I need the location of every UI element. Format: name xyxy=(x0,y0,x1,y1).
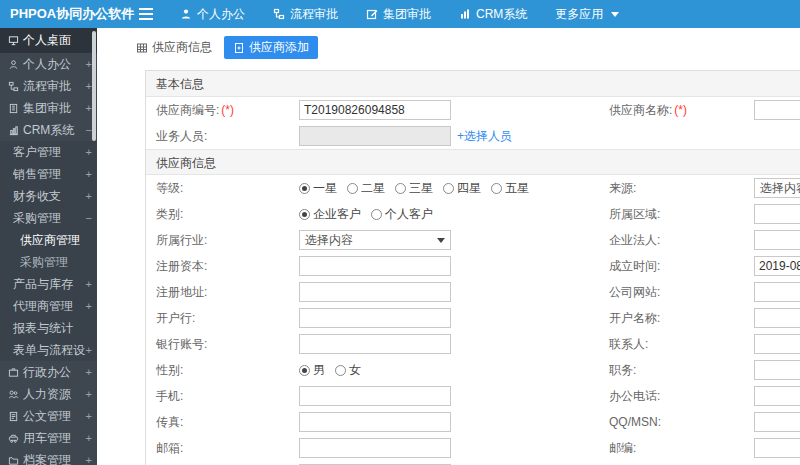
radio-option-individual[interactable]: 个人客户 xyxy=(371,206,433,223)
zip-input[interactable] xyxy=(754,438,800,458)
reg-address-input[interactable] xyxy=(299,282,451,302)
desktop-icon xyxy=(8,35,19,46)
radio-option-4star[interactable]: 四星 xyxy=(443,180,481,197)
sidebar-item-finance[interactable]: 财务收支 + xyxy=(0,185,97,207)
email-input[interactable] xyxy=(299,438,451,458)
radio-option-1star[interactable]: 一星 xyxy=(299,180,337,197)
choose-person-link[interactable]: +选择人员 xyxy=(457,128,512,145)
section-header-basic-info: 基本信息 xyxy=(146,71,800,97)
form-row: 等级: 一星 二星 三星 四星 五星 来源: 选择内容 xyxy=(146,175,800,201)
field-value: 企业客户 个人客户 xyxy=(299,206,609,223)
sidebar-item-process-approval[interactable]: 流程审批 + xyxy=(0,75,97,97)
radio-option-female[interactable]: 女 xyxy=(335,362,361,379)
sidebar-item-customer-mgmt[interactable]: 客户管理 + xyxy=(0,141,97,163)
top-nav: 个人办公 流程审批 集团审批 CRM系统 更多应用 xyxy=(166,0,633,28)
establish-date-input[interactable] xyxy=(754,256,800,276)
website-input[interactable] xyxy=(754,282,800,302)
radio-option-enterprise[interactable]: 企业客户 xyxy=(299,206,361,223)
account-name-input[interactable] xyxy=(754,308,800,328)
sidebar-item-vehicle-mgmt[interactable]: 用车管理 + xyxy=(0,427,97,449)
reg-capital-input[interactable] xyxy=(299,256,451,276)
nav-crm-system[interactable]: CRM系统 xyxy=(445,0,541,28)
sidebar-item-product-inventory[interactable]: 产品与库存 + xyxy=(0,273,97,295)
contact-input[interactable] xyxy=(754,334,800,354)
industry-select[interactable]: 选择内容 xyxy=(299,230,451,250)
fax-input[interactable] xyxy=(299,412,451,432)
field-label: 注册地址: xyxy=(146,284,299,301)
bank-no-input[interactable] xyxy=(299,334,451,354)
flow-icon xyxy=(8,81,19,92)
field-value xyxy=(754,360,800,380)
category-radio-group: 企业客户 个人客户 xyxy=(299,206,443,223)
sidebar-item-document-mgmt[interactable]: 公文管理 + xyxy=(0,405,97,427)
field-value: 一星 二星 三星 四星 五星 xyxy=(299,180,609,197)
supplier-form-panel: 基本信息 供应商编号:(*) 供应商名称:(*) 业务人员: +选择人员 xyxy=(145,70,800,465)
position-input[interactable] xyxy=(754,360,800,380)
radio-icon xyxy=(347,183,358,194)
sidebar-item-reports-stats[interactable]: 报表与统计 xyxy=(0,317,97,339)
sidebar-item-archive-mgmt[interactable]: 档案管理 + xyxy=(0,449,97,465)
nav-personal-office[interactable]: 个人办公 xyxy=(166,0,259,28)
folder-icon xyxy=(8,455,19,465)
nav-group-approval[interactable]: 集团审批 xyxy=(352,0,445,28)
form-row: 传真: QQ/MSN: xyxy=(146,409,800,435)
qq-msn-input[interactable] xyxy=(754,412,800,432)
field-label: 供应商名称:(*) xyxy=(609,102,754,119)
sidebar-scrollbar[interactable] xyxy=(92,31,96,141)
tab-supplier-info[interactable]: 供应商信息 xyxy=(130,36,218,59)
sidebar-item-purchase-mgmt[interactable]: 采购管理 − xyxy=(0,207,97,229)
sidebar-item-personal-desktop[interactable]: 个人桌面 xyxy=(0,28,97,53)
sidebar-item-crm-system[interactable]: CRM系统 − xyxy=(0,119,97,141)
sidebar-item-form-flow-settings[interactable]: 表单与流程设置 + xyxy=(0,339,97,361)
tab-supplier-add[interactable]: 供应商添加 xyxy=(224,36,318,59)
radio-option-male[interactable]: 男 xyxy=(299,362,325,379)
sidebar-item-personal-office[interactable]: 个人办公 + xyxy=(0,53,97,75)
bank-input[interactable] xyxy=(299,308,451,328)
chart-icon xyxy=(459,8,471,20)
form-row: 地址: xyxy=(146,461,800,465)
field-value xyxy=(299,438,609,458)
sidebar-item-group-approval[interactable]: 集团审批 + xyxy=(0,97,97,119)
mobile-input[interactable] xyxy=(299,386,451,406)
sidebar-item-purchase-mgmt-sub[interactable]: 采购管理 xyxy=(0,251,97,273)
form-row: 业务人员: +选择人员 xyxy=(146,123,800,149)
supplier-no-input[interactable] xyxy=(299,100,451,120)
edit-icon xyxy=(366,8,378,20)
field-value xyxy=(299,386,609,406)
field-value xyxy=(299,412,609,432)
sidebar-item-supplier-mgmt[interactable]: 供应商管理 xyxy=(0,229,97,251)
field-label: 性别: xyxy=(146,362,299,379)
sidebar-item-sales-mgmt[interactable]: 销售管理 + xyxy=(0,163,97,185)
source-select[interactable]: 选择内容 xyxy=(754,178,800,198)
sidebar-item-hr[interactable]: 人力资源 + xyxy=(0,383,97,405)
sidebar: 个人桌面 个人办公 + 流程审批 + 集团审批 + CRM系统 − xyxy=(0,28,97,465)
office-phone-input[interactable] xyxy=(754,386,800,406)
supplier-name-input[interactable] xyxy=(754,100,800,120)
menu-toggle-icon[interactable] xyxy=(134,7,158,22)
radio-option-3star[interactable]: 三星 xyxy=(395,180,433,197)
radio-icon xyxy=(335,365,346,376)
sidebar-item-agent-mgmt[interactable]: 代理商管理 + xyxy=(0,295,97,317)
form-row: 类别: 企业客户 个人客户 所属区域: xyxy=(146,201,800,227)
region-input[interactable] xyxy=(754,204,800,224)
nav-more-apps[interactable]: 更多应用 xyxy=(541,0,633,28)
required-marker: (*) xyxy=(221,103,234,117)
radio-icon xyxy=(299,183,310,194)
radio-option-2star[interactable]: 二星 xyxy=(347,180,385,197)
field-label: 开户名称: xyxy=(609,310,754,327)
caret-down-icon xyxy=(437,238,445,243)
radio-option-5star[interactable]: 五星 xyxy=(491,180,529,197)
sidebar-item-admin-office[interactable]: 行政办公 + xyxy=(0,361,97,383)
legal-person-input[interactable] xyxy=(754,230,800,250)
field-label: 职务: xyxy=(609,362,754,379)
business-person-input[interactable] xyxy=(299,126,451,146)
field-value xyxy=(754,438,800,458)
form-row: 开户行: 开户名称: xyxy=(146,305,800,331)
form-row: 手机: 办公电话: xyxy=(146,383,800,409)
field-value xyxy=(299,100,609,120)
field-label: 所属区域: xyxy=(609,206,754,223)
car-icon xyxy=(8,433,19,444)
field-label: 成立时间: xyxy=(609,258,754,275)
radio-icon xyxy=(299,365,310,376)
nav-process-approval[interactable]: 流程审批 xyxy=(259,0,352,28)
